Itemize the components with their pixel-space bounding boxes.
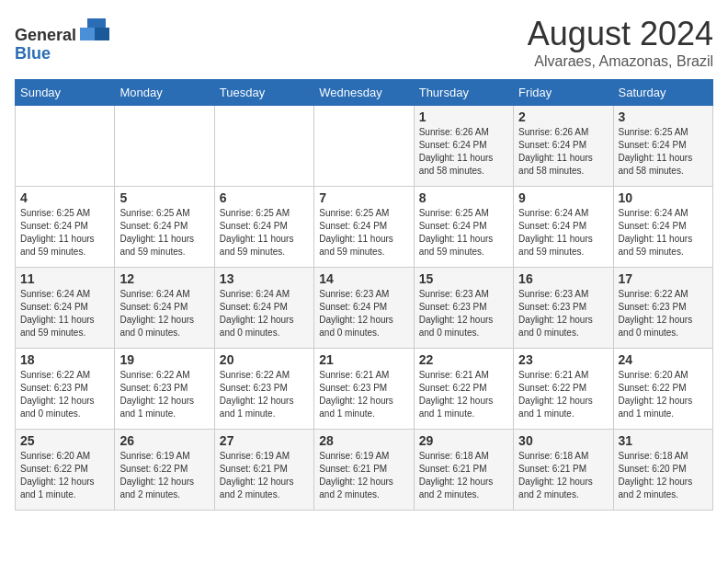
day-info: Sunrise: 6:24 AM Sunset: 6:24 PM Dayligh…: [119, 288, 209, 339]
day-number: 11: [20, 271, 109, 286]
day-number: 9: [518, 190, 608, 205]
day-number: 18: [20, 352, 109, 367]
day-number: 2: [518, 109, 608, 124]
calendar-cell: [16, 106, 115, 187]
weekday-header-row: SundayMondayTuesdayWednesdayThursdayFrid…: [16, 80, 713, 106]
day-number: 6: [220, 190, 309, 205]
day-number: 17: [619, 271, 708, 286]
day-info: Sunrise: 6:24 AM Sunset: 6:24 PM Dayligh…: [20, 288, 109, 339]
calendar-cell: [214, 106, 313, 187]
day-number: 7: [319, 190, 408, 205]
day-info: Sunrise: 6:25 AM Sunset: 6:24 PM Dayligh…: [119, 207, 209, 259]
calendar-week-row: 11Sunrise: 6:24 AM Sunset: 6:24 PM Dayli…: [16, 268, 713, 349]
calendar-cell: 6Sunrise: 6:25 AM Sunset: 6:24 PM Daylig…: [214, 187, 313, 268]
day-number: 25: [20, 433, 109, 448]
calendar-week-row: 25Sunrise: 6:20 AM Sunset: 6:22 PM Dayli…: [16, 430, 713, 511]
day-info: Sunrise: 6:18 AM Sunset: 6:21 PM Dayligh…: [518, 450, 608, 501]
day-info: Sunrise: 6:22 AM Sunset: 6:23 PM Dayligh…: [20, 369, 109, 420]
calendar-week-row: 4Sunrise: 6:25 AM Sunset: 6:24 PM Daylig…: [16, 187, 713, 268]
day-info: Sunrise: 6:25 AM Sunset: 6:24 PM Dayligh…: [319, 207, 408, 259]
day-number: 27: [220, 433, 309, 448]
calendar-cell: 18Sunrise: 6:22 AM Sunset: 6:23 PM Dayli…: [16, 349, 115, 430]
day-number: 26: [119, 433, 209, 448]
day-info: Sunrise: 6:25 AM Sunset: 6:24 PM Dayligh…: [20, 207, 109, 259]
calendar-cell: 22Sunrise: 6:21 AM Sunset: 6:22 PM Dayli…: [414, 349, 513, 430]
day-info: Sunrise: 6:21 AM Sunset: 6:22 PM Dayligh…: [518, 369, 608, 420]
calendar-cell: 5Sunrise: 6:25 AM Sunset: 6:24 PM Daylig…: [115, 187, 214, 268]
day-number: 22: [419, 352, 508, 367]
calendar-cell: 13Sunrise: 6:24 AM Sunset: 6:24 PM Dayli…: [214, 268, 313, 349]
day-info: Sunrise: 6:26 AM Sunset: 6:24 PM Dayligh…: [419, 126, 508, 178]
calendar-cell: 30Sunrise: 6:18 AM Sunset: 6:21 PM Dayli…: [514, 430, 613, 511]
calendar-week-row: 18Sunrise: 6:22 AM Sunset: 6:23 PM Dayli…: [16, 349, 713, 430]
weekday-header: Friday: [514, 80, 613, 106]
day-number: 16: [518, 271, 608, 286]
day-info: Sunrise: 6:24 AM Sunset: 6:24 PM Dayligh…: [619, 207, 708, 259]
day-info: Sunrise: 6:26 AM Sunset: 6:24 PM Dayligh…: [518, 126, 608, 178]
day-info: Sunrise: 6:24 AM Sunset: 6:24 PM Dayligh…: [518, 207, 608, 259]
calendar-cell: 4Sunrise: 6:25 AM Sunset: 6:24 PM Daylig…: [16, 187, 115, 268]
calendar-cell: 20Sunrise: 6:22 AM Sunset: 6:23 PM Dayli…: [214, 349, 313, 430]
day-number: 15: [419, 271, 508, 286]
calendar-cell: 11Sunrise: 6:24 AM Sunset: 6:24 PM Dayli…: [16, 268, 115, 349]
weekday-header: Wednesday: [314, 80, 414, 106]
calendar-cell: 17Sunrise: 6:22 AM Sunset: 6:23 PM Dayli…: [613, 268, 712, 349]
title-block: August 2024 Alvaraes, Amazonas, Brazil: [528, 15, 713, 70]
calendar-cell: 9Sunrise: 6:24 AM Sunset: 6:24 PM Daylig…: [514, 187, 613, 268]
day-info: Sunrise: 6:20 AM Sunset: 6:22 PM Dayligh…: [619, 369, 708, 420]
day-number: 1: [419, 109, 508, 124]
logo: General Blue: [15, 15, 109, 63]
day-info: Sunrise: 6:19 AM Sunset: 6:21 PM Dayligh…: [319, 450, 408, 501]
day-number: 3: [619, 109, 708, 124]
calendar-cell: 27Sunrise: 6:19 AM Sunset: 6:21 PM Dayli…: [214, 430, 313, 511]
day-number: 14: [319, 271, 408, 286]
svg-marker-2: [80, 28, 95, 40]
day-info: Sunrise: 6:25 AM Sunset: 6:24 PM Dayligh…: [220, 207, 309, 259]
calendar-cell: 8Sunrise: 6:25 AM Sunset: 6:24 PM Daylig…: [414, 187, 513, 268]
calendar-cell: 7Sunrise: 6:25 AM Sunset: 6:24 PM Daylig…: [314, 187, 414, 268]
calendar-cell: 3Sunrise: 6:25 AM Sunset: 6:24 PM Daylig…: [613, 106, 712, 187]
calendar-week-row: 1Sunrise: 6:26 AM Sunset: 6:24 PM Daylig…: [16, 106, 713, 187]
calendar-cell: 26Sunrise: 6:19 AM Sunset: 6:22 PM Dayli…: [115, 430, 214, 511]
calendar-cell: 25Sunrise: 6:20 AM Sunset: 6:22 PM Dayli…: [16, 430, 115, 511]
weekday-header: Tuesday: [214, 80, 313, 106]
calendar-cell: 1Sunrise: 6:26 AM Sunset: 6:24 PM Daylig…: [414, 106, 513, 187]
day-number: 28: [319, 433, 408, 448]
calendar-cell: 15Sunrise: 6:23 AM Sunset: 6:23 PM Dayli…: [414, 268, 513, 349]
weekday-header: Thursday: [414, 80, 513, 106]
day-info: Sunrise: 6:25 AM Sunset: 6:24 PM Dayligh…: [619, 126, 708, 178]
day-info: Sunrise: 6:25 AM Sunset: 6:24 PM Dayligh…: [419, 207, 508, 259]
day-info: Sunrise: 6:23 AM Sunset: 6:24 PM Dayligh…: [319, 288, 408, 339]
calendar-cell: 10Sunrise: 6:24 AM Sunset: 6:24 PM Dayli…: [613, 187, 712, 268]
day-info: Sunrise: 6:19 AM Sunset: 6:21 PM Dayligh…: [220, 450, 309, 501]
calendar-table: SundayMondayTuesdayWednesdayThursdayFrid…: [15, 79, 713, 511]
month-title: August 2024: [528, 15, 713, 53]
logo-blue: Blue: [15, 44, 51, 63]
day-number: 20: [220, 352, 309, 367]
logo-icon: [80, 15, 109, 40]
day-info: Sunrise: 6:22 AM Sunset: 6:23 PM Dayligh…: [119, 369, 209, 420]
calendar-cell: 2Sunrise: 6:26 AM Sunset: 6:24 PM Daylig…: [514, 106, 613, 187]
svg-marker-0: [87, 18, 106, 28]
day-number: 29: [419, 433, 508, 448]
day-number: 24: [619, 352, 708, 367]
calendar-cell: [314, 106, 414, 187]
day-number: 13: [220, 271, 309, 286]
day-info: Sunrise: 6:23 AM Sunset: 6:23 PM Dayligh…: [419, 288, 508, 339]
day-number: 4: [20, 190, 109, 205]
calendar-cell: 28Sunrise: 6:19 AM Sunset: 6:21 PM Dayli…: [314, 430, 414, 511]
calendar-cell: 21Sunrise: 6:21 AM Sunset: 6:23 PM Dayli…: [314, 349, 414, 430]
day-number: 19: [119, 352, 209, 367]
calendar-cell: 29Sunrise: 6:18 AM Sunset: 6:21 PM Dayli…: [414, 430, 513, 511]
day-number: 23: [518, 352, 608, 367]
day-info: Sunrise: 6:21 AM Sunset: 6:22 PM Dayligh…: [419, 369, 508, 420]
calendar-cell: 31Sunrise: 6:18 AM Sunset: 6:20 PM Dayli…: [613, 430, 712, 511]
calendar-cell: [115, 106, 214, 187]
day-number: 10: [619, 190, 708, 205]
calendar-cell: 19Sunrise: 6:22 AM Sunset: 6:23 PM Dayli…: [115, 349, 214, 430]
day-info: Sunrise: 6:23 AM Sunset: 6:23 PM Dayligh…: [518, 288, 608, 339]
day-info: Sunrise: 6:22 AM Sunset: 6:23 PM Dayligh…: [220, 369, 309, 420]
logo-general: General: [15, 26, 76, 44]
day-info: Sunrise: 6:21 AM Sunset: 6:23 PM Dayligh…: [319, 369, 408, 420]
page-header: General Blue August 2024 Alvaraes, Amazo…: [15, 15, 713, 70]
